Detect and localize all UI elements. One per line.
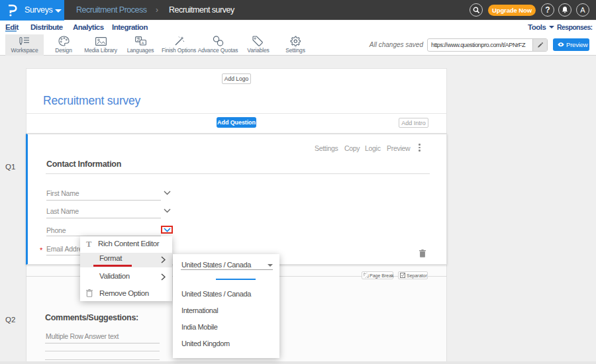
svg-text:A: A xyxy=(142,41,144,45)
